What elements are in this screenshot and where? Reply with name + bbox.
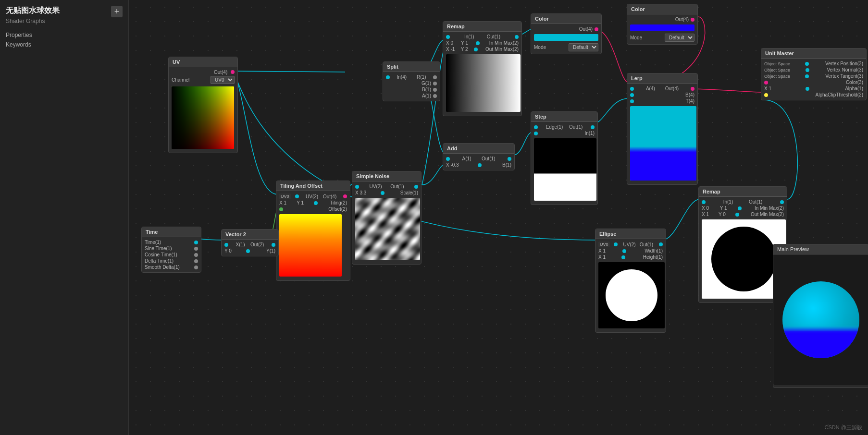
ellipse-height-port[interactable] [621, 255, 625, 259]
noise-out-port[interactable] [414, 185, 418, 189]
lerp-node-header: Lerp [627, 73, 697, 84]
step-out-port[interactable] [591, 125, 595, 129]
remap-bot-in-port[interactable] [702, 200, 706, 204]
simple-noise-header: Simple Noise [352, 171, 421, 181]
tiling-tiling-port[interactable] [314, 201, 318, 205]
ellipse-uv-val: UV0 [598, 242, 610, 247]
lerp-a-port[interactable] [630, 87, 634, 91]
vec2-y-port[interactable] [246, 249, 250, 253]
split-node-header: Split [383, 62, 440, 72]
uv-channel-dropdown[interactable]: UV0 [211, 76, 235, 84]
color-right-mode-dropdown[interactable]: Default [665, 34, 694, 42]
lerp-out-port[interactable] [691, 87, 694, 91]
canvas-area[interactable]: UV Out(4) Channel UV0 [129, 0, 868, 435]
tiling-offset-node: Tiling And Offset UV0 UV(2) Out(4) X 1 Y… [276, 181, 350, 281]
sidebar-subtitle: Shader Graphs [6, 18, 123, 24]
color-bar-cyan [534, 34, 598, 41]
vec2-x-port[interactable] [224, 243, 228, 247]
remap-bottom-header: Remap [699, 187, 787, 197]
sidebar-item-properties[interactable]: Properties [6, 30, 123, 40]
uv-out-port[interactable] [231, 70, 235, 74]
tiling-out-port[interactable] [343, 194, 347, 198]
noise-uv-port[interactable] [355, 185, 359, 189]
tiling-offset-port[interactable] [279, 207, 283, 211]
vector2-header: Vector 2 [222, 230, 278, 240]
tiling-uv-port[interactable] [295, 194, 299, 198]
ellipse-node: Ellipse UV0 UV(2) Out(1) X 1 Width(1) X … [595, 229, 666, 333]
ellipse-out-port[interactable] [659, 242, 663, 246]
add-out-port[interactable] [508, 157, 511, 161]
add-node-header: Add [443, 144, 514, 154]
split-r-port[interactable] [433, 75, 437, 79]
split-a-port[interactable] [433, 94, 437, 98]
time-node-header: Time [142, 227, 201, 237]
remap-top-in-port[interactable] [446, 35, 450, 39]
add-button[interactable]: + [111, 6, 123, 17]
simple-noise-node: Simple Noise UV(2) Out(1) X 3.3 Scale(1) [352, 171, 422, 265]
time-cosine-port[interactable] [194, 253, 198, 257]
add-node: Add A(1) Out(1) X -0.3 B(1) [443, 143, 515, 170]
split-g-port[interactable] [433, 82, 437, 85]
noise-scale-port[interactable] [381, 191, 384, 195]
main-preview-panel: Main Preview [773, 244, 868, 388]
color-left-mode-dropdown[interactable]: Default [569, 43, 598, 51]
sidebar: 无贴图水球效果 Shader Graphs + Properties Keywo… [0, 0, 129, 435]
split-node: Split In(4) R(1) G(1) B(1) A(1) [383, 61, 440, 101]
ellipse-width-port[interactable] [622, 249, 626, 253]
step-node-header: Step [531, 112, 597, 122]
remap-top-out-port[interactable] [515, 35, 519, 39]
unit-master-node: Unit Master Object Space Vertex Position… [761, 48, 867, 100]
step-in-port[interactable] [534, 132, 538, 135]
sidebar-title: 无贴图水球效果 [6, 6, 123, 16]
lerp-t-port[interactable] [630, 99, 634, 103]
time-node: Time Time(1) Sine Time(1) Cosine Time(1)… [141, 227, 201, 273]
step-edge-port[interactable] [534, 125, 538, 129]
remap-top-node: Remap In(1) Out(1) X 0 Y 1 In Min Max(2)… [443, 21, 522, 116]
add-b-port[interactable] [478, 163, 482, 167]
tiling-uv-val: UV0 [279, 193, 291, 199]
split-in-port[interactable] [386, 75, 390, 79]
split-b-port[interactable] [433, 88, 437, 92]
color-left-out-port[interactable] [595, 27, 598, 31]
lerp-node: Lerp A(4) Out(4) B(4) T(4) [627, 73, 698, 185]
remap-top-header: Remap [443, 22, 521, 32]
time-smooth-port[interactable] [194, 266, 198, 269]
color-node-left: Color Out(4) Mode Default [531, 13, 602, 54]
unit-master-header: Unit Master [761, 48, 866, 59]
time-delta-port[interactable] [194, 259, 198, 263]
lerp-b-port[interactable] [630, 93, 634, 97]
tiling-offset-header: Tiling And Offset [276, 181, 350, 191]
color-bar-blue [630, 24, 694, 31]
uv-node-header: UV [169, 57, 237, 67]
color-node-right: Color Out(4) Mode Default [627, 4, 698, 45]
time-time-port[interactable] [194, 241, 198, 244]
watermark: CSDN @王源骏 [825, 424, 862, 431]
color-right-out-port[interactable] [691, 18, 694, 22]
time-sine-port[interactable] [194, 247, 198, 251]
add-a-port[interactable] [446, 157, 450, 161]
step-node: Step Edge(1) Out(1) In(1) [531, 111, 598, 205]
remap-bot-out-port[interactable] [780, 200, 784, 204]
main-preview-header: Main Preview [773, 244, 868, 254]
sidebar-item-keywords[interactable]: Keywords [6, 40, 123, 49]
color-node-right-header: Color [627, 4, 697, 14]
ellipse-header: Ellipse [595, 229, 666, 239]
vec2-out-port[interactable] [272, 243, 275, 247]
uv-node: UV Out(4) Channel UV0 [168, 57, 238, 153]
ellipse-uv-port[interactable] [614, 242, 618, 246]
color-node-left-header: Color [531, 14, 601, 24]
vector2-node: Vector 2 X(1) Out(2) Y 0 Y(1) [221, 229, 279, 256]
